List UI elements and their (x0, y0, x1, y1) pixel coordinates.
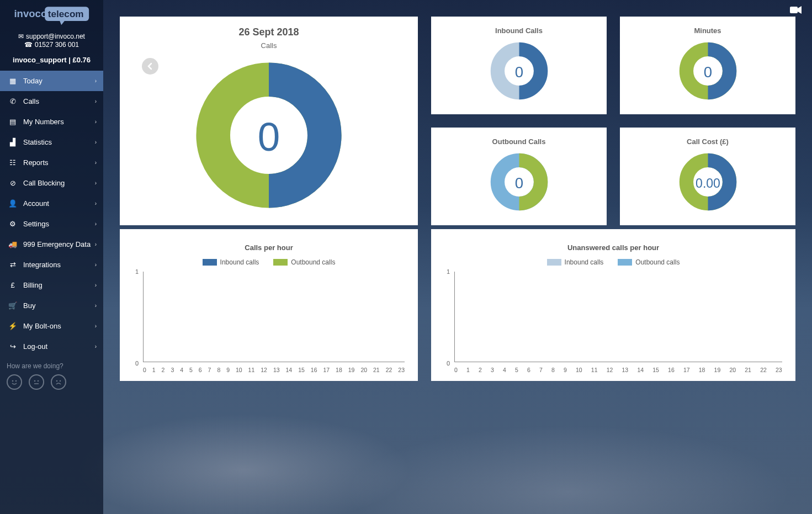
main-calls-card: 26 Sept 2018 Calls 0 (120, 17, 418, 225)
face-neutral-icon[interactable] (29, 374, 44, 390)
nav-item-999-emergency-data[interactable]: 🚚999 Emergency Data› (0, 234, 103, 255)
feedback-prompt: How are we doing? (7, 362, 97, 370)
unanswered-title: Unanswered calls per hour (439, 243, 788, 252)
nav-label: Buy (23, 301, 35, 310)
face-happy-icon[interactable] (7, 374, 22, 390)
chevron-right-icon: › (95, 221, 97, 227)
svg-point-5 (15, 380, 17, 382)
main-donut-chart: 0 (192, 58, 346, 213)
chevron-right-icon: › (95, 98, 97, 104)
main-subtitle: Calls (129, 41, 409, 50)
chevron-right-icon: › (95, 78, 97, 84)
nav-item-calls[interactable]: ✆Calls› (0, 91, 103, 112)
nav-label: Statistics (23, 138, 52, 146)
inbound-title: Inbound Calls (440, 27, 598, 35)
phone-icon: ✆ (8, 97, 18, 105)
logo: invoco telecom (0, 0, 103, 29)
truck-icon: 🚚 (8, 240, 18, 248)
nav-item-buy[interactable]: 🛒Buy› (0, 295, 103, 316)
chart-icon: ▟ (8, 138, 18, 146)
minutes-card: Minutes 0 (620, 17, 795, 114)
chevron-right-icon: › (95, 303, 97, 309)
nav-item-today[interactable]: ▦Today› (0, 71, 103, 91)
outbound-donut-chart: 0 (487, 150, 551, 214)
svg-text:0: 0 (514, 174, 523, 192)
chevron-right-icon: › (95, 241, 97, 247)
report-icon: ☷ (8, 158, 18, 167)
file-icon: ▤ (8, 118, 18, 126)
cost-title: Call Cost (£) (629, 137, 787, 146)
calls-per-hour-chart: 10 0123456789101112131415161718192021222… (139, 272, 405, 371)
nav-item-my-numbers[interactable]: ▤My Numbers› (0, 112, 103, 132)
minutes-title: Minutes (629, 27, 787, 35)
nav-label: My Bolt-ons (23, 322, 61, 330)
svg-point-7 (38, 380, 39, 382)
feedback-block: How are we doing? (0, 357, 103, 395)
bolt-icon: ⚡ (8, 322, 18, 330)
unanswered-per-hour-card: Unanswered calls per hour Inbound calls … (431, 229, 795, 381)
minutes-donut-chart: 0 (676, 39, 740, 103)
svg-text:0: 0 (258, 114, 280, 159)
sidebar: invoco telecom ✉support@invoco.net ☎0152… (0, 0, 103, 514)
user-balance: invoco_support | £0.76 (0, 52, 103, 71)
svg-text:invoco: invoco (14, 8, 47, 19)
chevron-right-icon: › (95, 343, 97, 349)
nav-label: Integrations (23, 261, 61, 269)
shuffle-icon: ⇄ (8, 261, 18, 269)
nav-item-statistics[interactable]: ▟Statistics› (0, 132, 103, 152)
support-phone: 01527 306 001 (35, 41, 79, 49)
nav-label: Reports (23, 158, 49, 167)
contact-info: ✉support@invoco.net ☎01527 306 001 (0, 29, 103, 52)
pound-icon: £ (8, 281, 18, 289)
chevron-right-icon: › (95, 119, 97, 125)
svg-point-10 (60, 380, 61, 382)
nav-item-integrations[interactable]: ⇄Integrations› (0, 255, 103, 275)
nav-label: Account (23, 199, 49, 208)
block-icon: ⊘ (8, 179, 18, 187)
support-email: support@invoco.net (26, 33, 85, 40)
nav-item-reports[interactable]: ☷Reports› (0, 152, 103, 173)
face-sad-icon[interactable] (51, 374, 66, 390)
nav-item-account[interactable]: 👤Account› (0, 193, 103, 214)
calls-per-hour-title: Calls per hour (128, 243, 410, 252)
unanswered-legend: Inbound calls Outbound calls (439, 258, 788, 266)
user-icon: 👤 (8, 199, 18, 208)
cogs-icon: ⚙ (8, 220, 18, 228)
nav-label: Today (23, 77, 43, 85)
phone-icon: ☎ (24, 41, 33, 49)
nav-menu: ▦Today›✆Calls›▤My Numbers›▟Statistics›☷R… (0, 71, 103, 357)
svg-text:0.00: 0.00 (696, 176, 720, 190)
chevron-right-icon: › (95, 139, 97, 145)
nav-label: Call Blocking (23, 179, 65, 187)
svg-text:0: 0 (703, 63, 712, 81)
nav-label: Billing (23, 281, 43, 289)
nav-label: Log-out (23, 342, 47, 351)
calendar-icon: ▦ (8, 77, 18, 85)
nav-label: Calls (23, 97, 39, 105)
chevron-right-icon: › (95, 262, 97, 268)
outbound-calls-card: Outbound Calls 0 (431, 128, 607, 225)
chevron-right-icon: › (95, 180, 97, 186)
nav-label: My Numbers (23, 118, 64, 126)
nav-item-call-blocking[interactable]: ⊘Call Blocking› (0, 173, 103, 193)
nav-label: 999 Emergency Data (23, 240, 91, 248)
nav-item-billing[interactable]: £Billing› (0, 275, 103, 295)
svg-point-9 (56, 380, 58, 382)
calls-legend: Inbound calls Outbound calls (128, 258, 410, 266)
nav-item-settings[interactable]: ⚙Settings› (0, 214, 103, 234)
inbound-donut-chart: 0 (487, 39, 551, 103)
back-arrow-button[interactable] (142, 58, 158, 75)
unanswered-per-hour-chart: 10 0123456789101112131415161718192021222… (450, 272, 782, 371)
svg-point-6 (34, 380, 36, 382)
main-date: 26 Sept 2018 (129, 27, 409, 38)
nav-label: Settings (23, 220, 49, 228)
outbound-title: Outbound Calls (440, 137, 598, 146)
nav-item-my-bolt-ons[interactable]: ⚡My Bolt-ons› (0, 316, 103, 336)
svg-text:telecom: telecom (47, 8, 83, 19)
chevron-right-icon: › (95, 160, 97, 166)
chevron-right-icon: › (95, 323, 97, 329)
cost-donut-chart: 0.00 (676, 150, 740, 214)
calls-per-hour-card: Calls per hour Inbound calls Outbound ca… (120, 229, 418, 381)
inbound-calls-card: Inbound Calls 0 (431, 17, 607, 114)
nav-item-log-out[interactable]: ↪Log-out› (0, 336, 103, 357)
